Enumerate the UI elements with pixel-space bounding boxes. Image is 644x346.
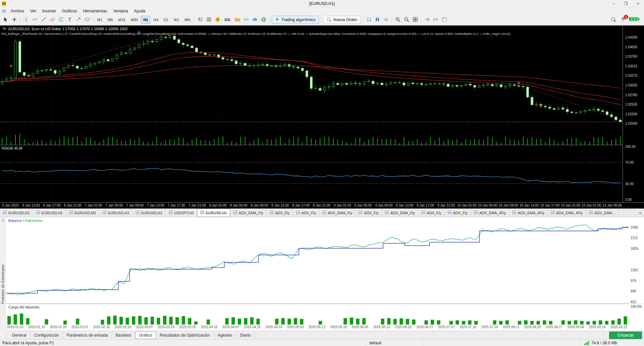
- timeframe-m5-button[interactable]: M5: [105, 16, 115, 24]
- toolbar-folder-button[interactable]: [233, 16, 241, 24]
- time-axis-label: 9 Jan 21:00: [437, 204, 455, 207]
- timeframe-m15-button[interactable]: M15: [116, 16, 128, 24]
- toolbar-channel-button[interactable]: [48, 16, 56, 24]
- timeframe-h1-button[interactable]: H1: [141, 16, 150, 24]
- toolbar-hline-button[interactable]: [31, 16, 39, 24]
- deposit-load-label: Carga del depósito: [8, 305, 39, 309]
- minimize-button[interactable]: –: [608, 0, 620, 7]
- timeframe-mn-button[interactable]: MN: [182, 16, 193, 24]
- chart-tab-adx-ema-4fly[interactable]: ADX_EMA_4Fly: [509, 209, 547, 217]
- chart-tab-eurusd-h1[interactable]: EURUSD,H1: [197, 209, 230, 217]
- start-button[interactable]: Empezar: [609, 332, 642, 339]
- price-chart-canvas[interactable]: [0, 25, 623, 145]
- toolbar-separator: [269, 16, 270, 23]
- rsi-indicator-canvas[interactable]: [0, 145, 623, 202]
- fibo-icon: [58, 17, 64, 23]
- chart-tab-adx-ema-fly[interactable]: ADX_EMA_Fly: [230, 209, 267, 217]
- toolbar-zoomout-button[interactable]: [402, 16, 411, 24]
- chart-tab-adx-fly[interactable]: ADX_Fly: [418, 209, 444, 217]
- chart-tab-usdjpy-h1[interactable]: USDJPY,H1: [166, 209, 197, 217]
- toolbar-vline-button[interactable]: [22, 16, 30, 24]
- chart-tab-eurusd-h1[interactable]: EURUSD,H1: [100, 209, 133, 217]
- menu-insertar[interactable]: Insertar: [39, 8, 59, 14]
- tester-tab-agentes[interactable]: Agentes: [214, 332, 236, 339]
- notifications-button[interactable]: 1: [621, 16, 626, 23]
- chart-tab-adx-ema-fly[interactable]: ADX_EMA_Fly: [319, 209, 356, 217]
- menu-archivo[interactable]: Archivo: [8, 8, 27, 14]
- toolbar-text-button[interactable]: T: [66, 16, 74, 24]
- price-axis[interactable]: 1.042501.040051.037601.035151.032701.030…: [623, 25, 644, 202]
- chart-tab-eurusd-h1[interactable]: EURUSD,H1: [33, 209, 66, 217]
- tester-date-label: 2025.05.26: [330, 325, 347, 329]
- chart-tab-eurusd-m1[interactable]: EURUSD,M1: [66, 209, 100, 217]
- deposit-load-canvas[interactable]: [6, 310, 629, 325]
- maximize-button[interactable]: ❐: [620, 0, 632, 7]
- chart-tab-icon: [36, 211, 40, 215]
- toolbar-zoomin-button[interactable]: [394, 16, 402, 24]
- price-axis-label: 1.03270: [625, 74, 637, 77]
- tester-tab-parametros-de-entrada[interactable]: Parámetros de entrada: [63, 332, 112, 339]
- menu-ventana[interactable]: Ventana: [110, 8, 131, 14]
- toolbar-crosshair-button[interactable]: [10, 16, 18, 24]
- timeframe-m30-button[interactable]: M30: [128, 16, 140, 24]
- chart-tab-adx-ema-fly[interactable]: ADX_EMA_Fly: [382, 209, 418, 217]
- chart-tab-adx-ema-4fly[interactable]: ADX_EMA_4Fly: [471, 209, 509, 217]
- chart-tab-adx-fly[interactable]: ADX_Fly: [356, 209, 382, 217]
- timeframe-h4-button[interactable]: H4: [151, 16, 160, 24]
- toolbar-shapes-button[interactable]: [83, 16, 91, 24]
- tester-tab-grafico[interactable]: Gráfico: [135, 332, 156, 339]
- toolbar-ide-button[interactable]: IDE: [222, 16, 233, 24]
- toolbar-broadcast-button[interactable]: [242, 16, 250, 24]
- menu-ver[interactable]: Ver: [27, 8, 39, 14]
- toolbar-fibo-button[interactable]: [57, 16, 65, 24]
- toolbar-arrows-button[interactable]: [74, 16, 83, 24]
- chart-tab-adx-ema-4fly[interactable]: ADX_EMA_4Fly: [548, 209, 586, 217]
- toolbar-separator: [194, 16, 195, 23]
- toolbar-pulse-button[interactable]: [382, 16, 390, 24]
- time-axis[interactable]: 6 Jan 20256 Jan 13:006 Jan 17:006 Jan 21…: [0, 203, 623, 209]
- balance-chart-canvas[interactable]: [6, 224, 629, 304]
- toolbar-search-button[interactable]: [609, 16, 618, 24]
- chart-tab-adx-ema-[interactable]: ADX_EMA...: [586, 209, 619, 217]
- time-axis-label: 10 Jan 09:00: [499, 204, 518, 207]
- menu-graficos[interactable]: Gráficos: [59, 8, 80, 14]
- tester-close-button[interactable]: ×: [1, 218, 5, 222]
- toolbar-candles-button[interactable]: [196, 16, 204, 24]
- tester-tab-backtest[interactable]: Backtest: [112, 332, 135, 339]
- toolbar-autoscroll-button[interactable]: [432, 16, 440, 24]
- toolbar-cloud-button[interactable]: [251, 16, 259, 24]
- menu-ayuda[interactable]: Ayuda: [131, 8, 148, 14]
- chart-tab-label: ADX_Fly: [427, 211, 441, 215]
- toolbar-tiles-button[interactable]: [411, 16, 419, 24]
- folder-icon: [235, 17, 240, 23]
- tester-tab-diario[interactable]: Diario: [236, 332, 255, 339]
- toolbar-globe-button[interactable]: [260, 16, 268, 24]
- toolbar-shiftend-button[interactable]: [423, 16, 431, 24]
- menu-herramientas[interactable]: Herramientas: [80, 8, 110, 14]
- toolbar-grid3-button[interactable]: [205, 16, 213, 24]
- chart-tab-adx-fly[interactable]: ADX_Fly: [267, 209, 293, 217]
- chart-tab-adx-fly[interactable]: ADX_Fly: [445, 209, 471, 217]
- toolbar-calendar-button[interactable]: [440, 16, 448, 24]
- tester-tab-general[interactable]: General: [8, 332, 31, 339]
- timeframe-m1-button[interactable]: M1: [95, 16, 105, 24]
- toolbar-pause-button[interactable]: [373, 16, 381, 24]
- tester-tab-configuracion[interactable]: Configuración: [31, 332, 63, 339]
- chart-tab-adx-fly[interactable]: ADX_Fly: [293, 209, 319, 217]
- toolbar-sort-button[interactable]: [365, 16, 373, 24]
- status-profile[interactable]: default: [366, 340, 423, 346]
- algo-trading-button[interactable]: Trading algorítmico: [272, 16, 319, 24]
- timeframe-d1-button[interactable]: D1: [161, 16, 171, 24]
- chart-tab-eurusd-h1[interactable]: EURUSD,H1: [133, 209, 166, 217]
- tester-tab-resultados-de-optimizacion[interactable]: Resultados de Optimización: [156, 332, 214, 339]
- toolbar-trend-button[interactable]: [40, 16, 48, 24]
- status-help-text: Para abrir la Ayuda, pulse F1: [0, 341, 366, 345]
- new-order-button[interactable]: Nueva Orden: [323, 16, 361, 24]
- timeframe-w1-button[interactable]: W1: [171, 16, 182, 24]
- close-button[interactable]: ×: [632, 0, 644, 7]
- toolbar-cursor-button[interactable]: [2, 16, 10, 24]
- toolbar-dollar-button[interactable]: $: [214, 16, 222, 24]
- chart-tab-eurusd-h1[interactable]: EURUSD,H1: [0, 209, 33, 217]
- legend-separator: /: [23, 219, 24, 223]
- tab-scroll-right-button[interactable]: »: [636, 209, 644, 217]
